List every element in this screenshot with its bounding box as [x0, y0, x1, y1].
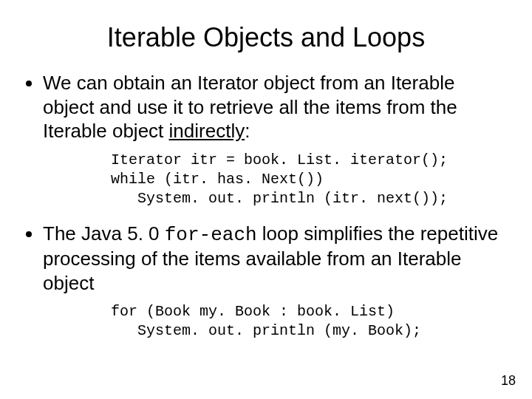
code-block-2: for (Book my. Book : book. List) System.… [111, 302, 510, 341]
bullet-1-post: : [245, 120, 250, 142]
bullet-2-pre: The Java 5. 0 [43, 222, 165, 245]
bullet-1-underline: indirectly [169, 120, 245, 142]
bullet-2-mono: for-each [165, 224, 257, 246]
bullet-list: We can obtain an Iterator object from an… [22, 71, 510, 143]
slide-title: Iterable Objects and Loops [22, 22, 510, 53]
bullet-list-2: The Java 5. 0 for-each loop simplifies t… [22, 222, 510, 296]
bullet-1: We can obtain an Iterator object from an… [43, 71, 510, 143]
slide: Iterable Objects and Loops We can obtain… [0, 0, 532, 399]
page-number: 18 [501, 373, 516, 389]
code-block-1: Iterator itr = book. List. iterator(); w… [111, 151, 510, 208]
bullet-2: The Java 5. 0 for-each loop simplifies t… [43, 222, 510, 296]
